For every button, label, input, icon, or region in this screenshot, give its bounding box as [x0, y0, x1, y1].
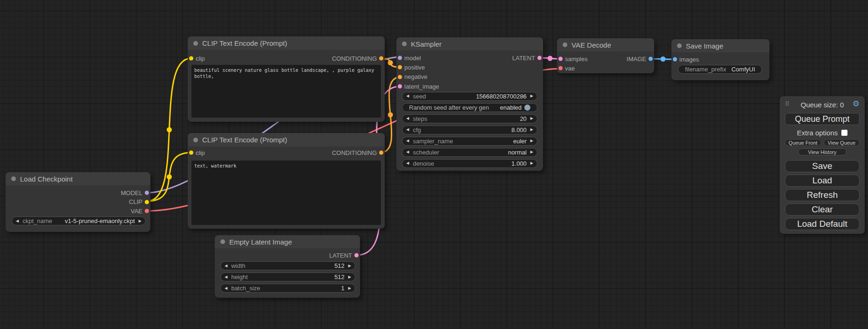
slot-label-vae: VAE — [131, 208, 142, 215]
widget-width[interactable]: ◀ width 512 ▶ — [220, 261, 355, 270]
input-slot-latent-image[interactable] — [398, 84, 402, 89]
node-clip-text-encode-positive[interactable]: CLIP Text Encode (Prompt) clip CONDITION… — [188, 36, 385, 122]
widget-cfg[interactable]: ◀ cfg 8.000 ▶ — [402, 126, 537, 134]
widget-steps[interactable]: ◀ steps 20 ▶ — [402, 114, 537, 123]
link-midpoint-dot[interactable] — [388, 60, 393, 65]
input-slot-samples[interactable] — [558, 57, 563, 61]
widget-denoise[interactable]: ◀ denoise 1.000 ▶ — [402, 159, 537, 168]
widget-scheduler[interactable]: ◀ scheduler normal ▶ — [402, 148, 537, 157]
queue-front-button[interactable]: Queue Front — [785, 139, 821, 146]
widget-batch-size[interactable]: ◀ batch_size 1 ▶ — [220, 284, 355, 293]
node-clip-text-encode-negative[interactable]: CLIP Text Encode (Prompt) clip CONDITION… — [188, 133, 385, 229]
widget-sampler-name[interactable]: ◀ sampler_name euler ▶ — [402, 137, 537, 146]
widget-random-seed-toggle[interactable]: Random seed after every gen enabled — [402, 103, 537, 112]
output-slot-conditioning[interactable] — [379, 151, 383, 155]
graph-canvas[interactable]: Load Checkpoint MODEL CLIP VAE ◀ ckpt_na… — [0, 0, 868, 329]
input-slot-negative[interactable] — [398, 75, 402, 79]
link-midpoint-dot[interactable] — [167, 127, 172, 133]
gear-icon[interactable]: ⚙ — [853, 100, 860, 108]
decrement-arrow-icon[interactable]: ◀ — [406, 117, 409, 120]
node-title-bar[interactable]: CLIP Text Encode (Prompt) — [188, 36, 385, 50]
input-slot-vae[interactable] — [558, 66, 563, 70]
load-default-button[interactable]: Load Default — [785, 218, 860, 230]
widget-label: width — [231, 262, 245, 269]
increment-arrow-icon[interactable]: ▶ — [530, 94, 533, 98]
widget-seed[interactable]: ◀ seed 156680208700286 ▶ — [402, 92, 537, 101]
decrement-arrow-icon[interactable]: ◀ — [406, 150, 409, 154]
collapse-toggle-icon[interactable] — [11, 176, 16, 181]
decrement-arrow-icon[interactable]: ◀ — [225, 287, 227, 290]
node-title-bar[interactable]: Empty Latent Image — [215, 235, 360, 248]
widget-filename-prefix[interactable]: filename_prefix ComfyUI — [678, 65, 762, 74]
prompt-text-input[interactable]: beautiful scenery nature glass bottle la… — [191, 65, 381, 118]
widget-height[interactable]: ◀ height 512 ▶ — [220, 273, 355, 281]
output-slot-latent[interactable] — [537, 56, 542, 60]
widget-label: steps — [413, 115, 427, 122]
collapse-toggle-icon[interactable] — [193, 41, 198, 46]
node-title-bar[interactable]: KSampler — [396, 37, 543, 50]
output-slot-vae[interactable] — [145, 209, 149, 213]
link-midpoint-dot[interactable] — [167, 175, 172, 180]
clear-button[interactable]: Clear — [785, 203, 860, 216]
input-slot-model[interactable] — [398, 56, 402, 60]
decrement-arrow-icon[interactable]: ◀ — [16, 219, 19, 223]
view-history-button[interactable]: View History — [798, 148, 847, 155]
widget-value: v1-5-pruned-emaonly.ckpt — [65, 217, 135, 224]
toggle-knob-icon[interactable] — [524, 105, 530, 111]
output-slot-model[interactable] — [145, 191, 149, 195]
input-slot-clip[interactable] — [189, 151, 193, 155]
increment-arrow-icon[interactable]: ▶ — [348, 264, 351, 268]
input-slot-clip[interactable] — [189, 56, 193, 61]
input-slot-positive[interactable] — [398, 65, 402, 70]
link-midpoint-dot[interactable] — [661, 56, 666, 62]
decrement-arrow-icon[interactable]: ◀ — [406, 161, 409, 165]
decrement-arrow-icon[interactable]: ◀ — [225, 275, 227, 279]
extra-options-checkbox[interactable] — [841, 130, 847, 136]
decrement-arrow-icon[interactable]: ◀ — [406, 128, 409, 132]
queue-prompt-button[interactable]: Queue Prompt — [785, 113, 860, 125]
output-slot-clip[interactable] — [145, 200, 149, 204]
view-queue-button[interactable]: View Queue — [824, 139, 860, 146]
increment-arrow-icon[interactable]: ▶ — [348, 287, 351, 290]
slot-label-latent: LATENT — [512, 55, 535, 62]
output-slot-image[interactable] — [649, 57, 653, 61]
link-midpoint-dot[interactable] — [548, 56, 553, 61]
node-title-bar[interactable]: Load Checkpoint — [6, 172, 150, 185]
collapse-toggle-icon[interactable] — [193, 138, 198, 142]
node-title-bar[interactable]: CLIP Text Encode (Prompt) — [188, 133, 385, 147]
node-load-checkpoint[interactable]: Load Checkpoint MODEL CLIP VAE ◀ ckpt_na… — [6, 172, 150, 232]
collapse-toggle-icon[interactable] — [220, 239, 225, 244]
collapse-toggle-icon[interactable] — [563, 42, 567, 47]
input-slot-images[interactable] — [673, 57, 677, 62]
node-title: KSampler — [411, 40, 442, 48]
save-button[interactable]: Save — [785, 160, 860, 172]
node-save-image[interactable]: Save Image images filename_prefix ComfyU… — [671, 39, 769, 80]
slot-label-clip: clip — [196, 149, 205, 156]
increment-arrow-icon[interactable]: ▶ — [139, 219, 141, 223]
node-vae-decode[interactable]: VAE Decode samples IMAGE vae — [557, 38, 654, 73]
decrement-arrow-icon[interactable]: ◀ — [406, 94, 409, 98]
collapse-toggle-icon[interactable] — [677, 43, 682, 48]
node-ksampler[interactable]: KSampler model LATENT positive negative … — [396, 37, 543, 171]
widget-ckpt-name[interactable]: ◀ ckpt_name v1-5-pruned-emaonly.ckpt ▶ — [12, 217, 146, 225]
increment-arrow-icon[interactable]: ▶ — [530, 117, 533, 120]
node-title-bar[interactable]: Save Image — [671, 39, 769, 52]
collapse-toggle-icon[interactable] — [402, 42, 407, 46]
node-empty-latent-image[interactable]: Empty Latent Image LATENT ◀ width 512 ▶ … — [215, 235, 360, 298]
output-slot-latent[interactable] — [354, 253, 359, 258]
increment-arrow-icon[interactable]: ▶ — [530, 128, 533, 132]
load-button[interactable]: Load — [785, 175, 860, 187]
increment-arrow-icon[interactable]: ▶ — [530, 161, 533, 165]
output-slot-conditioning[interactable] — [379, 56, 383, 61]
refresh-button[interactable]: Refresh — [785, 189, 860, 201]
decrement-arrow-icon[interactable]: ◀ — [225, 264, 227, 268]
link-midpoint-dot[interactable] — [388, 112, 393, 118]
increment-arrow-icon[interactable]: ▶ — [530, 150, 533, 154]
slot-label-latent-image: latent_image — [404, 83, 439, 90]
node-title-bar[interactable]: VAE Decode — [557, 38, 654, 51]
prompt-text-input[interactable]: text, watermark — [191, 161, 381, 225]
drag-handle-icon[interactable]: ⠿ — [785, 100, 790, 107]
increment-arrow-icon[interactable]: ▶ — [348, 275, 351, 279]
increment-arrow-icon[interactable]: ▶ — [530, 139, 533, 143]
decrement-arrow-icon[interactable]: ◀ — [406, 139, 409, 143]
